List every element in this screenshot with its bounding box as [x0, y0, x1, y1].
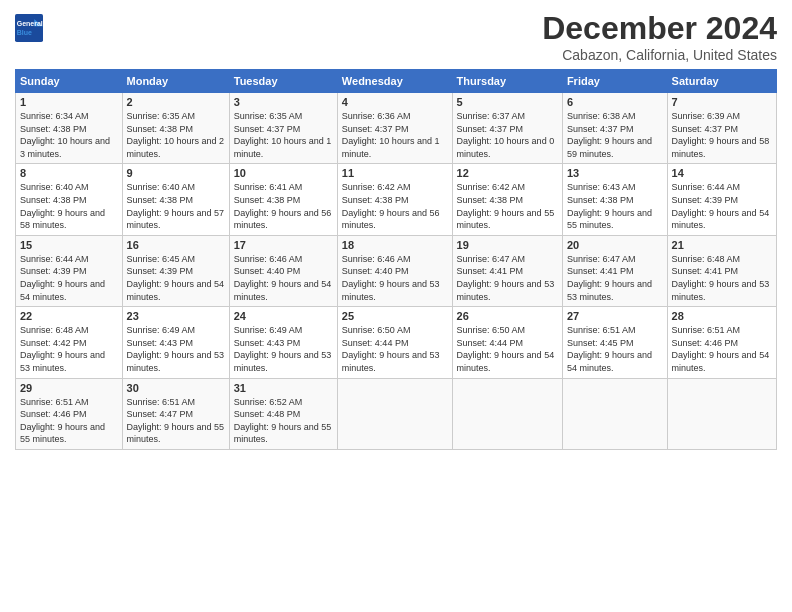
- sunset-label: Sunset: 4:43 PM: [234, 338, 301, 348]
- cell-content: Sunrise: 6:47 AM Sunset: 4:41 PM Dayligh…: [457, 253, 558, 303]
- daylight-label: Daylight: 10 hours and 3 minutes.: [20, 136, 110, 159]
- sunrise-label: Sunrise: 6:42 AM: [457, 182, 526, 192]
- sunrise-label: Sunrise: 6:40 AM: [127, 182, 196, 192]
- daylight-label: Daylight: 9 hours and 53 minutes.: [342, 350, 440, 373]
- day-number: 13: [567, 167, 663, 179]
- calendar-cell: 4 Sunrise: 6:36 AM Sunset: 4:37 PM Dayli…: [337, 93, 452, 164]
- sunset-label: Sunset: 4:37 PM: [672, 124, 739, 134]
- day-number: 7: [672, 96, 772, 108]
- sunset-label: Sunset: 4:37 PM: [567, 124, 634, 134]
- cell-content: Sunrise: 6:41 AM Sunset: 4:38 PM Dayligh…: [234, 181, 333, 231]
- daylight-label: Daylight: 10 hours and 2 minutes.: [127, 136, 225, 159]
- day-number: 15: [20, 239, 118, 251]
- cell-content: Sunrise: 6:42 AM Sunset: 4:38 PM Dayligh…: [342, 181, 448, 231]
- logo: General Blue: [15, 14, 47, 42]
- sunrise-label: Sunrise: 6:47 AM: [567, 254, 636, 264]
- sunrise-label: Sunrise: 6:39 AM: [672, 111, 741, 121]
- day-number: 9: [127, 167, 225, 179]
- svg-text:Blue: Blue: [17, 29, 32, 36]
- daylight-label: Daylight: 9 hours and 53 minutes.: [567, 279, 652, 302]
- calendar-cell: 25 Sunrise: 6:50 AM Sunset: 4:44 PM Dayl…: [337, 307, 452, 378]
- daylight-label: Daylight: 9 hours and 58 minutes.: [20, 208, 105, 231]
- calendar-cell: 30 Sunrise: 6:51 AM Sunset: 4:47 PM Dayl…: [122, 378, 229, 449]
- calendar-cell: 17 Sunrise: 6:46 AM Sunset: 4:40 PM Dayl…: [229, 235, 337, 306]
- day-number: 14: [672, 167, 772, 179]
- sunset-label: Sunset: 4:38 PM: [342, 195, 409, 205]
- sunrise-label: Sunrise: 6:42 AM: [342, 182, 411, 192]
- sunrise-label: Sunrise: 6:44 AM: [20, 254, 89, 264]
- sunrise-label: Sunrise: 6:35 AM: [234, 111, 303, 121]
- sunrise-label: Sunrise: 6:43 AM: [567, 182, 636, 192]
- sunset-label: Sunset: 4:39 PM: [127, 266, 194, 276]
- day-number: 26: [457, 310, 558, 322]
- calendar-cell: [562, 378, 667, 449]
- col-saturday: Saturday: [667, 70, 776, 93]
- cell-content: Sunrise: 6:35 AM Sunset: 4:37 PM Dayligh…: [234, 110, 333, 160]
- calendar-cell: 11 Sunrise: 6:42 AM Sunset: 4:38 PM Dayl…: [337, 164, 452, 235]
- calendar-cell: 1 Sunrise: 6:34 AM Sunset: 4:38 PM Dayli…: [16, 93, 123, 164]
- daylight-label: Daylight: 9 hours and 54 minutes.: [127, 279, 225, 302]
- cell-content: Sunrise: 6:49 AM Sunset: 4:43 PM Dayligh…: [234, 324, 333, 374]
- sunrise-label: Sunrise: 6:52 AM: [234, 397, 303, 407]
- sunrise-label: Sunrise: 6:46 AM: [342, 254, 411, 264]
- calendar-cell: 2 Sunrise: 6:35 AM Sunset: 4:38 PM Dayli…: [122, 93, 229, 164]
- day-number: 23: [127, 310, 225, 322]
- day-number: 12: [457, 167, 558, 179]
- calendar-cell: 8 Sunrise: 6:40 AM Sunset: 4:38 PM Dayli…: [16, 164, 123, 235]
- calendar-cell: 22 Sunrise: 6:48 AM Sunset: 4:42 PM Dayl…: [16, 307, 123, 378]
- sunset-label: Sunset: 4:38 PM: [20, 195, 87, 205]
- day-number: 19: [457, 239, 558, 251]
- sunset-label: Sunset: 4:40 PM: [234, 266, 301, 276]
- sunrise-label: Sunrise: 6:51 AM: [20, 397, 89, 407]
- day-number: 17: [234, 239, 333, 251]
- day-number: 24: [234, 310, 333, 322]
- daylight-label: Daylight: 9 hours and 56 minutes.: [234, 208, 332, 231]
- calendar-cell: 7 Sunrise: 6:39 AM Sunset: 4:37 PM Dayli…: [667, 93, 776, 164]
- sunset-label: Sunset: 4:38 PM: [127, 124, 194, 134]
- daylight-label: Daylight: 9 hours and 53 minutes.: [342, 279, 440, 302]
- daylight-label: Daylight: 9 hours and 53 minutes.: [234, 350, 332, 373]
- sunset-label: Sunset: 4:44 PM: [342, 338, 409, 348]
- sunset-label: Sunset: 4:48 PM: [234, 409, 301, 419]
- daylight-label: Daylight: 9 hours and 55 minutes.: [20, 422, 105, 445]
- calendar-cell: 9 Sunrise: 6:40 AM Sunset: 4:38 PM Dayli…: [122, 164, 229, 235]
- calendar-week-row: 8 Sunrise: 6:40 AM Sunset: 4:38 PM Dayli…: [16, 164, 777, 235]
- header: General Blue December 2024 Cabazon, Cali…: [15, 10, 777, 63]
- day-number: 5: [457, 96, 558, 108]
- daylight-label: Daylight: 9 hours and 53 minutes.: [672, 279, 770, 302]
- col-thursday: Thursday: [452, 70, 562, 93]
- cell-content: Sunrise: 6:49 AM Sunset: 4:43 PM Dayligh…: [127, 324, 225, 374]
- calendar-cell: [452, 378, 562, 449]
- day-number: 21: [672, 239, 772, 251]
- calendar-cell: 6 Sunrise: 6:38 AM Sunset: 4:37 PM Dayli…: [562, 93, 667, 164]
- svg-rect-0: [15, 14, 43, 42]
- day-number: 27: [567, 310, 663, 322]
- svg-text:General: General: [17, 20, 43, 27]
- cell-content: Sunrise: 6:42 AM Sunset: 4:38 PM Dayligh…: [457, 181, 558, 231]
- calendar-cell: 10 Sunrise: 6:41 AM Sunset: 4:38 PM Dayl…: [229, 164, 337, 235]
- cell-content: Sunrise: 6:51 AM Sunset: 4:46 PM Dayligh…: [20, 396, 118, 446]
- day-number: 20: [567, 239, 663, 251]
- sunrise-label: Sunrise: 6:45 AM: [127, 254, 196, 264]
- sunset-label: Sunset: 4:45 PM: [567, 338, 634, 348]
- cell-content: Sunrise: 6:51 AM Sunset: 4:47 PM Dayligh…: [127, 396, 225, 446]
- cell-content: Sunrise: 6:44 AM Sunset: 4:39 PM Dayligh…: [20, 253, 118, 303]
- sunset-label: Sunset: 4:42 PM: [20, 338, 87, 348]
- sunset-label: Sunset: 4:41 PM: [672, 266, 739, 276]
- day-number: 11: [342, 167, 448, 179]
- sunset-label: Sunset: 4:38 PM: [567, 195, 634, 205]
- cell-content: Sunrise: 6:50 AM Sunset: 4:44 PM Dayligh…: [342, 324, 448, 374]
- cell-content: Sunrise: 6:34 AM Sunset: 4:38 PM Dayligh…: [20, 110, 118, 160]
- cell-content: Sunrise: 6:38 AM Sunset: 4:37 PM Dayligh…: [567, 110, 663, 160]
- daylight-label: Daylight: 9 hours and 54 minutes.: [672, 208, 770, 231]
- cell-content: Sunrise: 6:52 AM Sunset: 4:48 PM Dayligh…: [234, 396, 333, 446]
- sunset-label: Sunset: 4:40 PM: [342, 266, 409, 276]
- calendar-cell: 29 Sunrise: 6:51 AM Sunset: 4:46 PM Dayl…: [16, 378, 123, 449]
- day-number: 6: [567, 96, 663, 108]
- cell-content: Sunrise: 6:37 AM Sunset: 4:37 PM Dayligh…: [457, 110, 558, 160]
- daylight-label: Daylight: 9 hours and 53 minutes.: [457, 279, 555, 302]
- sunrise-label: Sunrise: 6:50 AM: [342, 325, 411, 335]
- calendar-cell: 24 Sunrise: 6:49 AM Sunset: 4:43 PM Dayl…: [229, 307, 337, 378]
- cell-content: Sunrise: 6:43 AM Sunset: 4:38 PM Dayligh…: [567, 181, 663, 231]
- calendar-week-row: 22 Sunrise: 6:48 AM Sunset: 4:42 PM Dayl…: [16, 307, 777, 378]
